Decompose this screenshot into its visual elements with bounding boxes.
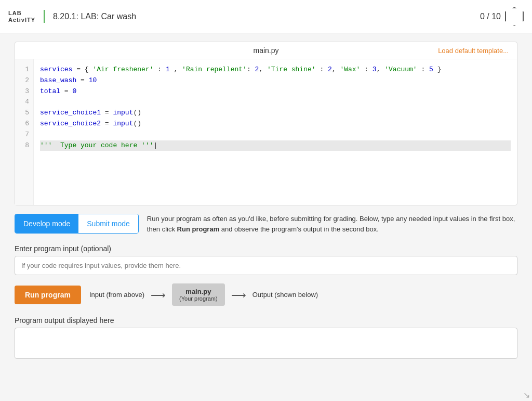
- input-section: Enter program input (optional): [15, 244, 517, 275]
- mode-section: Develop mode Submit mode Run your progra…: [15, 214, 517, 234]
- develop-mode-button[interactable]: Develop mode: [15, 214, 78, 233]
- run-program-button[interactable]: Run program: [15, 286, 81, 304]
- flow-input-label: Input (from above): [89, 291, 144, 299]
- main-py-box: main.py (Your program): [172, 283, 225, 306]
- activity-text: ActivITY: [8, 17, 35, 23]
- code-area[interactable]: services = { 'Air freshener' : 1 , 'Rain…: [34, 59, 517, 205]
- lab-brand: LAB ActivITY: [8, 10, 45, 22]
- main-content: main.py Load default template... 1 2 3 4…: [6, 33, 526, 367]
- code-editor-body[interactable]: 1 2 3 4 5 6 7 8 services = { 'Air freshe…: [15, 59, 517, 205]
- code-editor-header: main.py Load default template...: [15, 42, 517, 59]
- main-py-label: main.py: [179, 288, 218, 295]
- program-input[interactable]: [15, 256, 517, 275]
- line-numbers: 1 2 3 4 5 6 7 8: [15, 59, 34, 205]
- code-editor-filename: main.py: [253, 46, 278, 55]
- flow-diagram: Input (from above) ⟶ main.py (Your progr…: [89, 283, 318, 306]
- flow-arrow-1: ⟶: [151, 289, 166, 301]
- lab-text: LAB: [8, 10, 22, 16]
- output-box: [15, 328, 517, 359]
- flow-output-label: Output (shown below): [252, 291, 318, 299]
- mode-buttons: Develop mode Submit mode: [15, 214, 139, 234]
- mode-description: Run your program as often as you'd like,…: [147, 214, 517, 234]
- load-template-button[interactable]: Load default template...: [438, 47, 509, 55]
- score-text: 0 / 10: [480, 12, 501, 21]
- run-section: Run program Input (from above) ⟶ main.py…: [15, 283, 517, 306]
- header: LAB ActivITY 8.20.1: LAB: Car wash 0 / 1…: [0, 0, 532, 33]
- page-title: 8.20.1: LAB: Car wash: [53, 12, 480, 21]
- input-label: Enter program input (optional): [15, 244, 517, 253]
- mode-desc-part2: and observe the program's output in the …: [219, 225, 379, 233]
- score-area: 0 / 10: [480, 7, 524, 26]
- mode-desc-bold: Run program: [177, 225, 220, 233]
- code-editor-container: main.py Load default template... 1 2 3 4…: [15, 42, 517, 205]
- output-section: Program output displayed here: [15, 316, 517, 359]
- score-badge: [505, 7, 524, 26]
- submit-mode-button[interactable]: Submit mode: [78, 214, 138, 233]
- main-py-sub-label: (Your program): [179, 295, 218, 302]
- output-label: Program output displayed here: [15, 316, 517, 325]
- flow-arrow-2: ⟶: [231, 289, 246, 301]
